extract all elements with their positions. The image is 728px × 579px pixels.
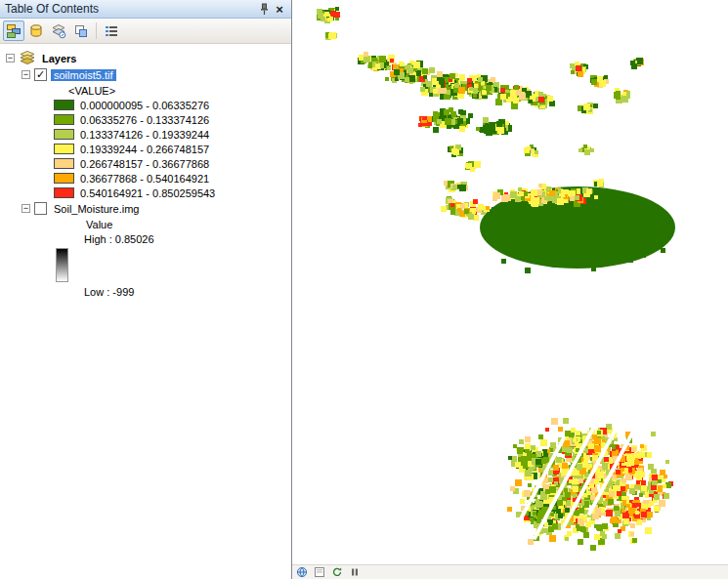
layer-name[interactable]: soilmoist5.tif [51,69,116,81]
drawing-order-icon [6,23,21,39]
high-value-label: High : 0.85026 [84,233,154,245]
list-by-visibility-button[interactable] [48,21,69,41]
legend-row: 0.36677868 - 0.540164921 [0,171,291,186]
collapse-icon[interactable]: − [6,54,15,62]
legend-row: 0.06335276 - 0.133374126 [0,112,291,127]
legend-swatch[interactable] [54,144,74,154]
map-canvas[interactable] [292,0,728,564]
map-view[interactable] [292,0,728,579]
legend-row: 0.000000095 - 0.06335276 [0,98,291,112]
layer-visibility-checkbox[interactable] [34,202,47,215]
pin-icon[interactable] [256,1,272,17]
legend-class-label: 0.266748157 - 0.36677868 [80,158,209,170]
layer-row-soil-moisture[interactable]: − Soil_Moisture.img [0,200,291,217]
low-value-label: Low : -999 [84,286,134,298]
legend-swatch[interactable] [54,100,74,110]
toc-toolbar [0,19,291,44]
toc-tree: − Layers − ✓ soilmoist5.tif <VALUE> 0 [0,44,291,579]
legend-row: 0.540164921 - 0.850259543 [0,186,291,200]
list-by-selection-button[interactable] [70,21,92,41]
map-statusbar [292,564,728,579]
table-of-contents-panel: Table Of Contents × [0,0,292,579]
toc-titlebar[interactable]: Table Of Contents × [0,0,291,19]
options-list-icon [104,23,119,39]
low-value-row: Low : -999 [0,284,291,299]
legend-class-label: 0.540164921 - 0.850259543 [80,187,215,199]
legend-swatch[interactable] [54,187,74,198]
classified-legend: 0.000000095 - 0.063352760.06335276 - 0.1… [0,98,291,200]
legend-row: 0.133374126 - 0.19339244 [0,127,291,142]
layout-view-icon[interactable] [313,566,326,579]
close-icon[interactable]: × [272,1,287,17]
stretch-value-row: Value [0,217,291,231]
stretch-value-label: Value [86,219,112,230]
layer-name[interactable]: Soil_Moisture.img [51,203,142,215]
data-view-icon[interactable] [295,566,309,579]
pause-icon[interactable] [348,566,362,579]
legend-row: 0.266748157 - 0.36677868 [0,156,291,171]
collapse-icon[interactable]: − [21,70,30,79]
legend-row: 0.19339244 - 0.266748157 [0,142,291,156]
color-ramp [56,248,68,282]
source-database-icon [28,23,44,39]
layers-group-label[interactable]: Layers [39,53,79,64]
collapse-icon[interactable]: − [21,204,30,213]
refresh-icon[interactable] [330,566,344,579]
high-value-row: High : 0.85026 [0,231,291,246]
layer-visibility-checkbox[interactable]: ✓ [34,68,47,81]
arcmap-window: Table Of Contents × [0,0,728,579]
toolbar-separator [96,22,97,39]
list-by-drawing-order-button[interactable] [3,21,24,41]
visibility-layers-icon [51,23,66,39]
value-header-row: <VALUE> [0,83,291,98]
layer-row-soilmoist[interactable]: − ✓ soilmoist5.tif [0,66,291,83]
options-menu-button[interactable] [101,21,122,41]
layers-group-row[interactable]: − Layers [0,50,291,66]
legend-swatch[interactable] [54,114,74,125]
panel-title: Table Of Contents [5,2,256,16]
legend-swatch[interactable] [54,173,74,184]
selection-squares-icon [73,23,89,39]
legend-swatch[interactable] [54,129,74,140]
layers-group-icon [19,51,36,65]
list-by-source-button[interactable] [25,21,47,41]
legend-class-label: 0.06335276 - 0.133374126 [80,114,209,126]
legend-class-label: 0.19339244 - 0.266748157 [80,144,209,155]
legend-class-label: 0.000000095 - 0.06335276 [80,100,209,111]
value-header-label: <VALUE> [68,85,115,97]
legend-class-label: 0.36677868 - 0.540164921 [80,173,209,185]
legend-class-label: 0.133374126 - 0.19339244 [80,129,209,141]
legend-swatch[interactable] [54,158,74,169]
